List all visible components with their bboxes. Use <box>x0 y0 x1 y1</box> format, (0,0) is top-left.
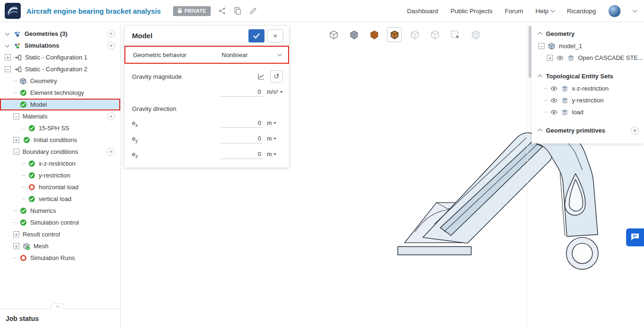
tree-item-geometries-3[interactable]: Geometries (3)+ <box>0 28 120 40</box>
fit-view-icon[interactable] <box>326 27 341 42</box>
render-solid-icon[interactable] <box>347 27 361 42</box>
box-select-icon[interactable] <box>448 27 462 42</box>
job-status-bar[interactable]: Job status <box>0 309 120 328</box>
section-topological-entity-sets[interactable]: Topological Entity Sets <box>532 69 644 83</box>
tree-item-static-configuration-1[interactable]: +Static - Configuration 1 <box>0 51 120 63</box>
ex-unit-select[interactable]: m <box>267 120 283 126</box>
expander-icon[interactable]: − <box>13 149 19 155</box>
close-button[interactable]: × <box>267 29 283 42</box>
expander-icon[interactable]: + <box>547 55 553 61</box>
tree-item-y-restriction[interactable]: y-restriction <box>0 169 120 181</box>
render-shaded-edges-icon[interactable] <box>387 27 402 42</box>
ez-input[interactable] <box>221 150 263 159</box>
tree-item-initial-conditions[interactable]: +Initial conditions <box>0 134 120 146</box>
geometries-icon <box>14 30 21 38</box>
tree-branch <box>22 175 25 176</box>
section-geometry[interactable]: Geometry <box>532 27 644 40</box>
tree-item-model[interactable]: Model <box>0 99 120 110</box>
visibility-eye-icon[interactable] <box>550 97 558 104</box>
expander-icon[interactable]: + <box>5 54 11 60</box>
chevron-down-icon[interactable] <box>278 52 282 57</box>
add-button[interactable]: + <box>107 148 115 156</box>
gravity-magnitude-input[interactable] <box>221 87 263 97</box>
tree-item-label: Static - Configuration 1 <box>25 54 87 61</box>
check-icon <box>28 195 35 203</box>
render-wireframe-icon[interactable] <box>407 27 422 42</box>
render-shaded-icon[interactable] <box>367 27 381 42</box>
edit-icon[interactable] <box>249 7 257 15</box>
ey-unit-select[interactable]: m <box>267 135 283 142</box>
ex-input[interactable] <box>221 118 263 128</box>
geometric-behavior-select[interactable]: Nonlinear <box>222 51 278 59</box>
avatar[interactable] <box>608 5 621 17</box>
private-badge[interactable]: PRIVATE <box>173 6 211 16</box>
collapse-icon[interactable] <box>538 75 543 79</box>
tree-item-y-restriction[interactable]: y-restriction <box>532 94 644 106</box>
copy-icon[interactable] <box>233 7 242 15</box>
tree-item-label: 15-5PH SS <box>39 125 69 132</box>
gravity-magnitude-unit-select[interactable]: m/s² <box>267 89 283 95</box>
tree-item-simulations[interactable]: Simulations+ <box>0 40 120 51</box>
tree-item-load[interactable]: load <box>532 106 644 118</box>
tree-item-element-technology[interactable]: Element technology <box>0 87 120 99</box>
tree-item-boundary-conditions[interactable]: −Boundary conditions+ <box>0 146 120 158</box>
table-input-icon[interactable] <box>255 70 267 83</box>
item-label: Geometry primitives <box>546 127 605 134</box>
collapse-handle[interactable] <box>51 303 64 309</box>
chat-button[interactable] <box>626 228 644 246</box>
tree-item-x-z-restriction[interactable]: x-z-restriction <box>532 83 644 94</box>
tree-item-x-z-restriction[interactable]: x-z-restriction <box>0 158 120 169</box>
expander-icon[interactable]: − <box>5 66 11 72</box>
cube-icon <box>548 42 555 50</box>
section-geometry-primitives[interactable]: Geometry primitives+ <box>532 124 644 137</box>
tree-item-simulation-runs[interactable]: Simulation Runs <box>0 252 120 264</box>
caret-icon[interactable] <box>5 42 10 47</box>
expander-icon[interactable]: + <box>13 137 19 143</box>
tree-item-geometry[interactable]: Geometry <box>0 75 120 87</box>
scrollbar-thumb[interactable] <box>528 26 531 78</box>
collapse-icon[interactable] <box>538 32 543 37</box>
nav-forum[interactable]: Forum <box>505 8 523 15</box>
expander-icon[interactable]: − <box>13 113 19 119</box>
expander-icon[interactable]: + <box>13 231 19 237</box>
simulation-tree-panel: Geometries (3)+Simulations++Static - Con… <box>0 22 121 328</box>
add-button[interactable]: + <box>107 112 115 120</box>
tree-item-result-control[interactable]: +Result control <box>0 228 120 240</box>
expander-icon[interactable]: − <box>538 43 545 49</box>
mesh-display-icon[interactable] <box>468 27 483 42</box>
tree-item-15-5ph-ss[interactable]: 15-5PH SS <box>0 122 120 134</box>
ey-input[interactable] <box>221 134 263 143</box>
confirm-button[interactable] <box>248 29 264 42</box>
visibility-eye-icon[interactable] <box>550 109 558 116</box>
tree-item-mesh[interactable]: +Mesh <box>0 240 120 252</box>
nav-public-projects[interactable]: Public Projects <box>450 8 492 15</box>
tree-item-open-cascade-ste[interactable]: +Open CASCADE STE... <box>532 52 644 64</box>
tree-item-numerics[interactable]: Numerics <box>0 205 120 217</box>
visibility-eye-icon[interactable] <box>556 54 564 62</box>
render-transparent-icon[interactable] <box>428 27 442 42</box>
app-logo-icon[interactable] <box>5 3 21 19</box>
ez-unit-select[interactable]: m <box>267 151 283 158</box>
add-button[interactable]: + <box>107 30 115 38</box>
account-chevron-icon[interactable] <box>633 8 637 13</box>
tree-item-simulation-control[interactable]: Simulation control <box>0 217 120 228</box>
error-icon <box>19 254 27 262</box>
nav-help[interactable]: Help <box>536 8 555 15</box>
visibility-eye-icon[interactable] <box>550 85 558 93</box>
tree-branch <box>544 88 548 89</box>
nav-username[interactable]: Ricardopg <box>567 8 596 15</box>
add-button[interactable]: + <box>107 42 115 50</box>
tree-item-horizontal-load[interactable]: horizontal load <box>0 181 120 193</box>
expander-icon[interactable]: + <box>13 243 19 249</box>
tree-item-materials[interactable]: −Materials+ <box>0 110 120 122</box>
add-button[interactable]: + <box>631 126 639 135</box>
scrollbar[interactable] <box>528 22 531 328</box>
caret-icon[interactable] <box>5 31 10 35</box>
reset-icon[interactable]: ↺ <box>270 70 283 83</box>
tree-item-model-1[interactable]: −model_1 <box>532 40 644 52</box>
nav-dashboard[interactable]: Dashboard <box>407 8 438 15</box>
collapse-icon[interactable] <box>538 129 543 134</box>
share-icon[interactable] <box>218 7 226 15</box>
tree-item-vertical-load[interactable]: vertical load <box>0 193 120 205</box>
tree-item-static-configuration-2[interactable]: −Static - Configuration 2 <box>0 63 120 75</box>
